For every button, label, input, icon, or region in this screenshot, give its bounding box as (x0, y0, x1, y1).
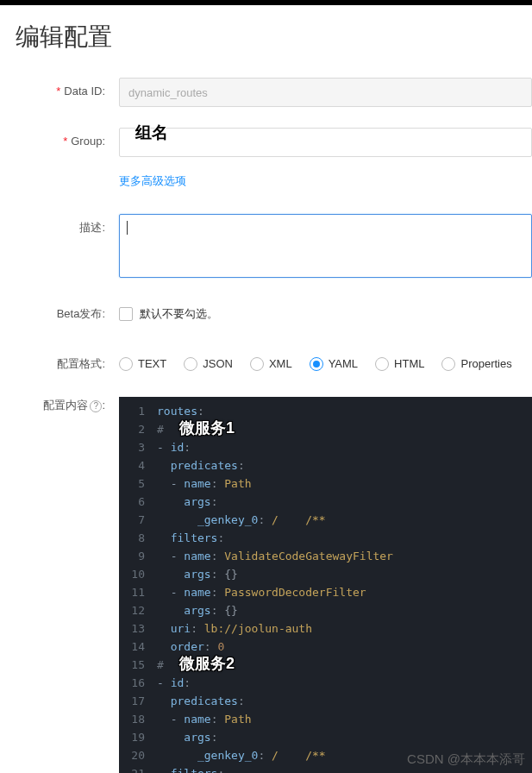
code-line: uri: lb://joolun-auth (153, 619, 393, 638)
input-data-id[interactable] (119, 78, 532, 107)
radio-format-xml[interactable]: XML (250, 350, 292, 378)
radio-dot-icon (119, 357, 133, 371)
row-group: *Group: (0, 128, 532, 157)
row-more-options: 更多高级选项 (0, 167, 532, 195)
code-line: # 微服务1 (153, 420, 393, 438)
radio-dot-icon (250, 357, 264, 371)
radio-label: Properties (460, 350, 511, 378)
row-desc: 描述: (0, 214, 532, 278)
editor-code[interactable]: routes:# 微服务1- id: predicates: - name: P… (153, 397, 393, 773)
radio-label: XML (269, 350, 292, 378)
label-beta: Beta发布: (0, 300, 119, 328)
code-line: _genkey_0: / /** (153, 746, 393, 764)
code-line: args: (153, 728, 393, 746)
code-line: - name: PasswordDecoderFilter (153, 583, 393, 601)
checkbox-beta[interactable]: 默认不要勾选。 (119, 300, 218, 328)
editor-gutter: 12345678910111213141516171819202122 (119, 397, 153, 773)
code-line: filters: (153, 529, 393, 547)
code-line: filters: (153, 764, 393, 773)
label-desc: 描述: (0, 214, 119, 242)
label-group: *Group: (0, 128, 119, 155)
code-line: args: {} (153, 601, 393, 619)
code-line: routes: (153, 402, 393, 420)
radio-group-format: TEXTJSONXMLYAMLHTMLProperties (119, 350, 532, 378)
radio-label: YAML (329, 350, 358, 378)
radio-label: TEXT (138, 350, 166, 378)
label-format: 配置格式: (0, 350, 119, 378)
radio-dot-icon (441, 357, 455, 371)
row-content: 配置内容?: 123456789101112131415161718192021… (0, 397, 532, 773)
row-beta: Beta发布: 默认不要勾选。 (0, 300, 532, 328)
checkbox-beta-text: 默认不要勾选。 (140, 300, 218, 328)
code-line: predicates: (153, 692, 393, 710)
code-line: predicates: (153, 456, 393, 474)
radio-format-json[interactable]: JSON (184, 350, 233, 378)
code-editor[interactable]: 12345678910111213141516171819202122 rout… (119, 397, 532, 773)
page-title: 编辑配置 (0, 5, 532, 78)
checkbox-box-icon (119, 307, 133, 321)
code-line: - id: (153, 438, 393, 456)
label-content: 配置内容?: (0, 397, 119, 414)
radio-dot-icon (375, 357, 389, 371)
row-data-id: *Data ID: (0, 78, 532, 107)
code-line: - name: ValidateCodeGatewayFilter (153, 547, 393, 565)
radio-label: HTML (394, 350, 424, 378)
input-group[interactable] (119, 128, 532, 157)
radio-dot-icon (184, 357, 197, 371)
code-line: order: 0 (153, 638, 393, 656)
code-line: - name: Path (153, 710, 393, 728)
code-overlay-svc1: 微服务1 (179, 419, 235, 437)
code-line: args: (153, 493, 393, 511)
code-line: # 微服务2 (153, 656, 393, 674)
radio-dot-icon (310, 357, 323, 371)
row-format: 配置格式: TEXTJSONXMLYAMLHTMLProperties (0, 350, 532, 378)
code-line: args: {} (153, 565, 393, 583)
label-data-id: *Data ID: (0, 78, 119, 105)
code-line: - name: Path (153, 474, 393, 493)
help-icon[interactable]: ? (90, 400, 102, 412)
radio-format-text[interactable]: TEXT (119, 350, 166, 378)
radio-label: JSON (203, 350, 233, 378)
link-more-options[interactable]: 更多高级选项 (119, 174, 186, 187)
code-line: _genkey_0: / /** (153, 511, 393, 529)
radio-format-yaml[interactable]: YAML (310, 350, 358, 378)
code-overlay-svc2: 微服务2 (179, 655, 235, 673)
radio-format-html[interactable]: HTML (375, 350, 424, 378)
textarea-desc[interactable] (119, 214, 532, 278)
radio-format-properties[interactable]: Properties (441, 350, 511, 378)
code-line: - id: (153, 674, 393, 692)
